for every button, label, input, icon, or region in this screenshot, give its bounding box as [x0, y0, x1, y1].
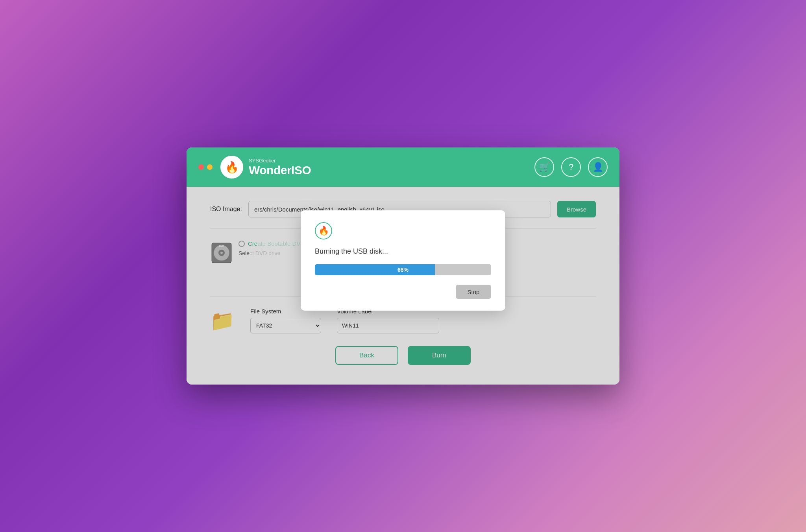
traffic-lights [198, 164, 213, 170]
main-content: ISO Image: Browse DVD [187, 187, 619, 385]
modal-flame-icon: 🔥 [318, 226, 329, 236]
close-button[interactable] [198, 164, 204, 170]
titlebar: 🔥 SYSGeeker WonderISO 🛒 ? 👤 [187, 147, 619, 187]
help-button[interactable]: ? [561, 157, 581, 177]
modal-logo: 🔥 [315, 222, 332, 239]
cart-button[interactable]: 🛒 [534, 157, 554, 177]
app-subtitle: SYSGeeker [249, 158, 311, 164]
progress-bar-fill [315, 264, 435, 275]
progress-bar-track: 68% [315, 264, 491, 275]
modal-overlay: 🔥 Burning the USB disk... 68% Stop [187, 187, 619, 385]
burn-progress-modal: 🔥 Burning the USB disk... 68% Stop [301, 210, 505, 311]
titlebar-actions: 🛒 ? 👤 [534, 157, 608, 177]
app-title-area: SYSGeeker WonderISO [249, 158, 311, 177]
progress-label: 68% [397, 267, 409, 273]
app-window: 🔥 SYSGeeker WonderISO 🛒 ? 👤 ISO Image: B… [187, 147, 619, 385]
logo-area: 🔥 SYSGeeker WonderISO [220, 156, 311, 179]
flame-icon: 🔥 [225, 161, 239, 174]
stop-button[interactable]: Stop [456, 285, 491, 299]
modal-message: Burning the USB disk... [315, 247, 491, 256]
app-title: WonderISO [249, 164, 311, 177]
account-button[interactable]: 👤 [588, 157, 608, 177]
app-logo: 🔥 [220, 156, 243, 179]
minimize-button[interactable] [207, 164, 213, 170]
